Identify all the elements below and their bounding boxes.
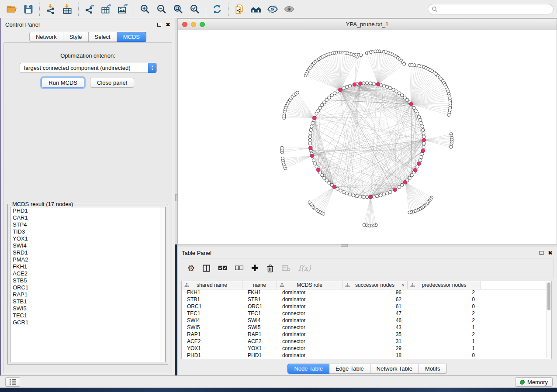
export-network-button[interactable] bbox=[81, 1, 98, 17]
tab-node-table[interactable]: Node Table bbox=[287, 364, 329, 374]
create-column-button[interactable]: ✚ bbox=[251, 265, 259, 271]
table-cell[interactable]: PHD1 bbox=[242, 352, 277, 359]
table-cell[interactable]: connector bbox=[277, 338, 343, 345]
table-cell[interactable]: 46 bbox=[343, 317, 408, 324]
table-row[interactable]: ACE2ACE2connector311 bbox=[182, 338, 551, 345]
table-cell[interactable]: 2 bbox=[408, 317, 481, 324]
mcds-result-item[interactable]: STB5 bbox=[10, 277, 165, 284]
mcds-result-item[interactable]: YOX1 bbox=[10, 235, 165, 242]
tab-network[interactable]: Network bbox=[29, 32, 63, 42]
column-header-name[interactable]: name bbox=[242, 281, 277, 289]
table-cell[interactable]: 0 bbox=[408, 296, 481, 303]
home-layout-button[interactable] bbox=[248, 1, 264, 17]
mcds-result-item[interactable]: SWI4 bbox=[10, 242, 165, 249]
table-cell[interactable]: dominator bbox=[277, 331, 343, 338]
table-cell[interactable]: 31 bbox=[343, 338, 408, 345]
table-cell[interactable]: dominator bbox=[277, 317, 343, 324]
tab-motifs[interactable]: Motifs bbox=[419, 364, 447, 374]
table-cell[interactable]: ORC1 bbox=[242, 303, 277, 310]
mcds-result-item[interactable]: ACE2 bbox=[10, 270, 165, 277]
table-row[interactable]: YOX1YOX1connector291 bbox=[182, 345, 551, 352]
network-titlebar[interactable]: YPA_prune.txt_1 bbox=[178, 19, 557, 30]
table-cell[interactable]: 47 bbox=[343, 310, 408, 317]
divider-grip[interactable] bbox=[175, 194, 177, 201]
tab-style[interactable]: Style bbox=[63, 32, 89, 42]
run-mcds-button[interactable]: Run MCDS bbox=[42, 78, 84, 88]
show-panel-button[interactable] bbox=[281, 1, 298, 17]
refresh-button[interactable] bbox=[209, 1, 225, 17]
column-header-successor-nodes[interactable]: successor nodes∨ bbox=[343, 281, 408, 289]
mcds-result-item[interactable]: TID3 bbox=[10, 228, 165, 235]
optimization-criterion-select[interactable]: largest connected component (undirected)… bbox=[20, 63, 157, 73]
table-row[interactable]: PHD1PHD1dominator180 bbox=[182, 352, 551, 359]
mcds-result-item[interactable]: GCR1 bbox=[10, 319, 165, 326]
table-cell[interactable]: STB1 bbox=[242, 296, 277, 303]
table-cell[interactable]: 2 bbox=[408, 289, 481, 296]
table-cell[interactable]: SWI5 bbox=[242, 324, 277, 331]
search-input[interactable] bbox=[438, 6, 550, 12]
mcds-result-item[interactable]: ORC1 bbox=[10, 284, 165, 291]
tab-edge-table[interactable]: Edge Table bbox=[329, 364, 370, 374]
table-cell[interactable]: 1 bbox=[408, 324, 481, 331]
table-cell[interactable]: ACE2 bbox=[182, 338, 242, 345]
save-session-button[interactable] bbox=[20, 1, 37, 17]
float-window-icon[interactable] bbox=[540, 251, 543, 255]
mcds-result-list[interactable]: PHD1CAR1STP4TID3YOX1SWI4SRD1PMA2FKH1ACE2… bbox=[10, 207, 166, 362]
mcds-result-item[interactable]: CAR1 bbox=[10, 214, 165, 221]
tab-mcds[interactable]: MCDS bbox=[117, 32, 146, 42]
mcds-result-item[interactable]: PMA2 bbox=[10, 256, 165, 263]
float-window-icon[interactable] bbox=[157, 23, 161, 27]
duplicate-network-button[interactable] bbox=[231, 1, 248, 17]
table-cell[interactable]: TEC1 bbox=[182, 310, 242, 317]
table-cell[interactable]: 1 bbox=[408, 338, 481, 345]
search-field[interactable] bbox=[428, 4, 554, 14]
table-cell[interactable]: 2 bbox=[408, 331, 481, 338]
table-cell[interactable]: dominator bbox=[277, 289, 343, 296]
table-cell[interactable]: ORC1 bbox=[182, 303, 242, 310]
close-panel-icon[interactable]: ✖ bbox=[548, 251, 553, 255]
select-all-rows-button[interactable] bbox=[218, 265, 227, 271]
mcds-result-item[interactable]: PHD1 bbox=[10, 207, 165, 214]
table-cell[interactable]: connector bbox=[277, 345, 343, 352]
table-cell[interactable]: 43 bbox=[343, 324, 408, 331]
table-cell[interactable]: 1 bbox=[408, 345, 481, 352]
table-cell[interactable]: 29 bbox=[343, 345, 408, 352]
open-file-button[interactable] bbox=[3, 1, 20, 17]
table-cell[interactable]: FKH1 bbox=[242, 289, 277, 296]
mcds-result-item[interactable]: SRD1 bbox=[10, 249, 165, 256]
mcds-result-item[interactable]: TEC1 bbox=[10, 312, 165, 319]
mcds-result-item[interactable]: STB1 bbox=[10, 298, 165, 305]
table-cell[interactable]: RAP1 bbox=[242, 331, 277, 338]
export-table-button[interactable] bbox=[98, 1, 114, 17]
mcds-result-item[interactable]: RAP1 bbox=[10, 291, 165, 298]
export-image-button[interactable] bbox=[114, 1, 131, 17]
mcds-result-item[interactable]: SWI5 bbox=[10, 305, 165, 312]
table-cell[interactable]: 2 bbox=[408, 310, 481, 317]
table-row[interactable]: RAP1RAP1dominator352 bbox=[182, 331, 551, 338]
table-cell[interactable]: dominator bbox=[277, 303, 343, 310]
table-cell[interactable]: SWI4 bbox=[242, 317, 277, 324]
deselect-all-rows-button[interactable] bbox=[235, 265, 243, 271]
close-panel-button[interactable]: Close panel bbox=[90, 78, 134, 88]
memory-button[interactable]: Memory bbox=[515, 377, 553, 387]
import-network-button[interactable] bbox=[42, 1, 59, 17]
table-row[interactable]: FKH1FKH1dominator962 bbox=[182, 289, 551, 296]
mcds-result-item[interactable]: STP4 bbox=[10, 221, 165, 228]
delete-column-button[interactable] bbox=[266, 264, 274, 272]
table-cell[interactable]: 96 bbox=[343, 289, 408, 296]
task-history-button[interactable] bbox=[5, 377, 20, 387]
close-panel-icon[interactable]: ✖ bbox=[166, 23, 170, 27]
tab-select[interactable]: Select bbox=[89, 32, 117, 42]
table-cell[interactable]: 35 bbox=[343, 331, 408, 338]
table-cell[interactable]: TEC1 bbox=[242, 310, 277, 317]
table-cell[interactable]: RAP1 bbox=[182, 331, 242, 338]
table-row[interactable]: SWI5SWI5connector431 bbox=[182, 324, 551, 331]
mcds-list-scrollbar[interactable] bbox=[160, 207, 165, 362]
table-cell[interactable]: ACE2 bbox=[242, 338, 277, 345]
network-graph[interactable] bbox=[178, 30, 557, 244]
table-cell[interactable]: 61 bbox=[343, 303, 408, 310]
table-row[interactable]: SWI4SWI4dominator462 bbox=[182, 317, 551, 324]
table-cell[interactable]: SWI4 bbox=[182, 317, 242, 324]
table-cell[interactable]: 0 bbox=[408, 303, 481, 310]
table-cell[interactable]: 62 bbox=[343, 296, 408, 303]
